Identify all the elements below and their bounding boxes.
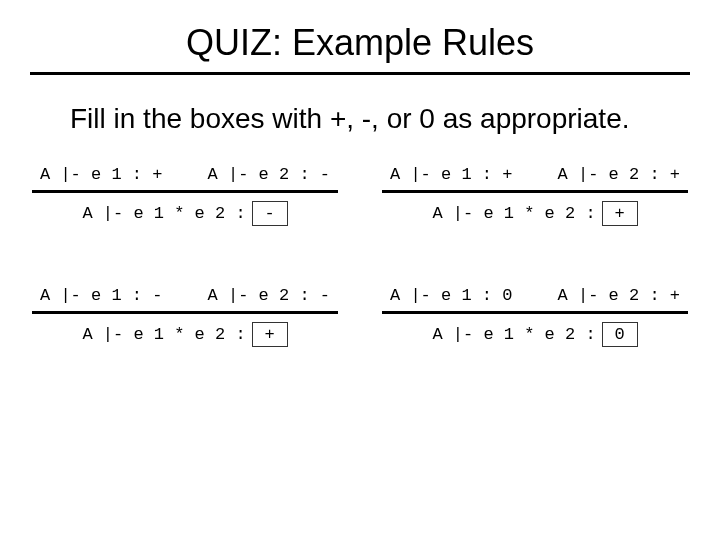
answer-box[interactable]: - xyxy=(252,201,288,226)
inference-rule-line xyxy=(382,190,688,193)
rule-cell: A |- e 1 : 0 A |- e 2 : + A |- e 1 * e 2… xyxy=(380,286,690,347)
premise-1: A |- e 1 : - xyxy=(40,286,162,305)
premises: A |- e 1 : + A |- e 2 : - xyxy=(30,165,340,184)
premises: A |- e 1 : + A |- e 2 : + xyxy=(380,165,690,184)
slide-title: QUIZ: Example Rules xyxy=(0,22,720,64)
premises: A |- e 1 : 0 A |- e 2 : + xyxy=(380,286,690,305)
answer-box[interactable]: + xyxy=(252,322,288,347)
rule-cell: A |- e 1 : - A |- e 2 : - A |- e 1 * e 2… xyxy=(30,286,340,347)
premises: A |- e 1 : - A |- e 2 : - xyxy=(30,286,340,305)
conclusion-text: A |- e 1 * e 2 : xyxy=(432,325,595,344)
premise-1: A |- e 1 : 0 xyxy=(390,286,512,305)
premise-2: A |- e 2 : + xyxy=(558,165,680,184)
inference-rule-line xyxy=(32,311,338,314)
conclusion-text: A |- e 1 * e 2 : xyxy=(82,204,245,223)
conclusion: A |- e 1 * e 2 : + xyxy=(380,201,690,226)
premise-2: A |- e 2 : - xyxy=(208,165,330,184)
rule-cell: A |- e 1 : + A |- e 2 : - A |- e 1 * e 2… xyxy=(30,165,340,226)
rules-grid: A |- e 1 : + A |- e 2 : - A |- e 1 * e 2… xyxy=(0,165,720,347)
inference-rule-line xyxy=(32,190,338,193)
conclusion: A |- e 1 * e 2 : - xyxy=(30,201,340,226)
premise-1: A |- e 1 : + xyxy=(40,165,162,184)
premise-2: A |- e 2 : + xyxy=(558,286,680,305)
inference-rule-line xyxy=(382,311,688,314)
answer-box[interactable]: 0 xyxy=(602,322,638,347)
rule-cell: A |- e 1 : + A |- e 2 : + A |- e 1 * e 2… xyxy=(380,165,690,226)
premise-2: A |- e 2 : - xyxy=(208,286,330,305)
conclusion: A |- e 1 * e 2 : + xyxy=(30,322,340,347)
conclusion: A |- e 1 * e 2 : 0 xyxy=(380,322,690,347)
answer-box[interactable]: + xyxy=(602,201,638,226)
premise-1: A |- e 1 : + xyxy=(390,165,512,184)
conclusion-text: A |- e 1 * e 2 : xyxy=(432,204,595,223)
slide-subtitle: Fill in the boxes with +, -, or 0 as app… xyxy=(70,103,720,135)
conclusion-text: A |- e 1 * e 2 : xyxy=(82,325,245,344)
title-underline xyxy=(30,72,690,75)
